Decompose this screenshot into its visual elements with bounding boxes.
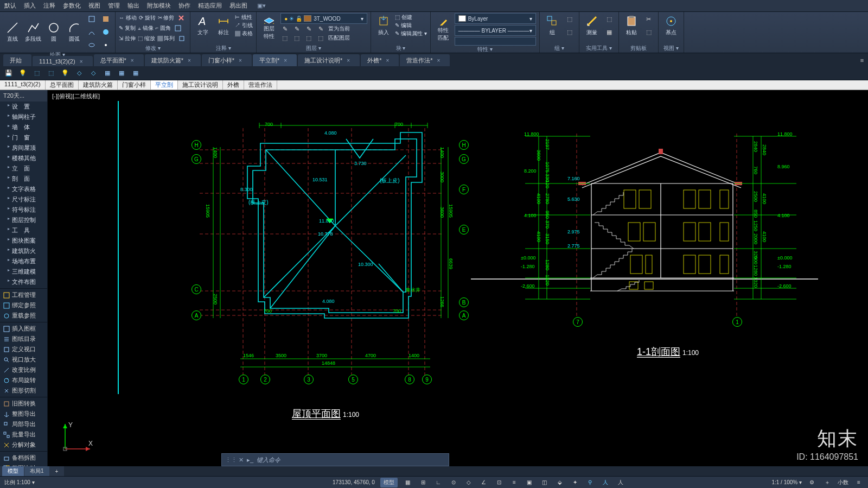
nav-explode[interactable]: 分解对象	[0, 440, 47, 450]
lay-ic-4[interactable]: ✎	[316, 24, 325, 33]
menu-collab[interactable]: 协作	[178, 2, 190, 10]
ltab-waiyan[interactable]: 外檐	[223, 80, 244, 90]
nav-chscale[interactable]: 改变比例	[0, 365, 47, 375]
ltab-fanghuo[interactable]: 建筑防火篇	[79, 80, 118, 90]
grid-toggle-icon[interactable]: ▦	[403, 478, 413, 487]
qat-ic7[interactable]: ◇	[89, 69, 98, 78]
ltab-yingzao[interactable]: 营造作法	[244, 80, 277, 90]
status-units[interactable]: 小数	[838, 479, 848, 486]
qat-ic6[interactable]: ◇	[75, 69, 84, 78]
close-icon[interactable]: ×	[284, 58, 287, 64]
match-props-button[interactable]: 特性 匹配	[434, 17, 452, 42]
group-title-group[interactable]: 组 ▾	[543, 45, 576, 53]
otrack-toggle-icon[interactable]: ∠	[479, 478, 489, 487]
menu-insert[interactable]: 插入	[24, 2, 36, 10]
group-button[interactable]: 组	[543, 13, 561, 38]
leader-button[interactable]: ↗ 引线	[235, 22, 253, 29]
tab-menchuang[interactable]: 门窗小样*×	[202, 54, 252, 66]
anno3-toggle-icon[interactable]: 人	[616, 478, 626, 487]
tab-zongping[interactable]: 总平面图*×	[94, 54, 144, 66]
close-icon[interactable]: ×	[386, 58, 389, 64]
nav-axis[interactable]: 轴网柱子	[0, 112, 47, 122]
anno-toggle-icon[interactable]: ⚲	[585, 478, 595, 487]
close-icon[interactable]: ×	[188, 58, 191, 64]
nav-elevation[interactable]: 立 面	[0, 163, 47, 174]
offset-button[interactable]	[177, 34, 187, 43]
nav-bindref[interactable]: 绑定参照	[0, 300, 47, 310]
nav-site[interactable]: 场地布置	[0, 256, 47, 267]
stretch-button[interactable]: ⇲ 拉伸	[119, 35, 136, 42]
measure-button[interactable]: 测量	[583, 13, 601, 38]
block-create[interactable]: ⬚ 创建	[395, 14, 427, 21]
layer-dropdown[interactable]: ●☀🔓3T_WOOD▾	[280, 13, 367, 24]
nav-expall[interactable]: 整图导出	[0, 409, 47, 419]
menu-parametric[interactable]: 参数化	[63, 2, 81, 10]
status-scale[interactable]: 比例 1:100 ▾	[4, 479, 35, 486]
nav-sheetlist[interactable]: 图纸目录	[0, 334, 47, 344]
status-zoom[interactable]: 1:1 / 100% ▾	[771, 479, 802, 485]
lay-ic-7[interactable]: ⬚	[304, 34, 313, 42]
group-title-modify[interactable]: 修改 ▾	[119, 45, 187, 53]
lineweight-dropdown[interactable]: ———— BYLAYER ————▾	[455, 25, 536, 36]
draw-misc-2[interactable]	[86, 26, 98, 38]
qat-ic10[interactable]: ▦	[131, 69, 140, 78]
nav-door[interactable]: 门 窗	[0, 132, 47, 143]
fillet-button[interactable]: ⌐ 圆角	[156, 24, 171, 32]
linear-dim-button[interactable]: ⊢ 线性	[235, 14, 253, 21]
copy-clip-button[interactable]: ⬚	[643, 26, 655, 38]
trans-toggle-icon[interactable]: ▣	[525, 478, 534, 487]
group-title-block[interactable]: 块 ▾	[374, 45, 427, 53]
draw-misc-3[interactable]	[86, 39, 98, 51]
cut-button[interactable]: ✂	[643, 13, 655, 25]
nav-insframe[interactable]: 插入图框	[0, 324, 47, 334]
util-ic-2[interactable]: ▦	[603, 26, 615, 38]
group-title-utility[interactable]: 实用工具 ▾	[583, 45, 615, 53]
command-line[interactable]: ⋮⋮ ✕ ▸_ 键入命令	[221, 453, 449, 466]
erase-button[interactable]	[176, 13, 186, 23]
tab-pinglipou[interactable]: 平立剖*×	[253, 54, 297, 66]
layer-props-button[interactable]: 图层 特性	[260, 15, 278, 40]
block-edit[interactable]: ✎ 编辑	[395, 22, 427, 29]
group-ic-2[interactable]: ⬚	[564, 26, 576, 38]
mirror-button[interactable]: ⟁ 镜像	[138, 24, 154, 32]
dim-button[interactable]: 标注	[214, 13, 233, 38]
close-icon[interactable]: ×	[437, 58, 441, 64]
arc-button[interactable]: 圆弧	[65, 20, 84, 45]
tab-overflow-icon[interactable]: ≡	[856, 54, 868, 66]
lay-ic-1[interactable]: ✎	[280, 24, 289, 33]
nav-stair[interactable]: 楼梯其他	[0, 153, 47, 163]
qat-ic9[interactable]: ▦	[117, 69, 126, 78]
nav-fire[interactable]: 建筑防火	[0, 246, 47, 256]
menu-featured[interactable]: 精选应用	[198, 2, 222, 10]
gear-icon[interactable]: ⚙	[807, 478, 817, 487]
tab-yingzao[interactable]: 营造作法*×	[400, 54, 450, 66]
menu-more-icon[interactable]: ▣▾	[257, 2, 266, 9]
menu-annotate[interactable]: 注释	[43, 2, 55, 10]
nav-layrot[interactable]: 布局旋转	[0, 375, 47, 385]
qat-ic5[interactable]: 💡	[61, 69, 69, 78]
modeltab-add[interactable]: +	[50, 467, 64, 476]
trim-button[interactable]: ✂ 修剪	[158, 14, 175, 22]
group-title-annotate[interactable]: 注释 ▾	[194, 45, 253, 53]
nav-layer[interactable]: 图层控制	[0, 215, 47, 225]
hatch-button[interactable]	[100, 13, 112, 25]
lay-ic-5[interactable]: ⬚	[280, 34, 289, 42]
polyline-button[interactable]: 多段线	[24, 20, 42, 45]
draw-misc-1[interactable]	[86, 13, 98, 25]
tab-start[interactable]: 开始	[3, 54, 31, 66]
nav-tool[interactable]: 工 具	[0, 225, 47, 236]
close-icon[interactable]: ×	[80, 59, 83, 65]
nav-reloadref[interactable]: 重载参照	[0, 310, 47, 321]
insert-block-button[interactable]: 插入	[374, 13, 393, 38]
polar-toggle-icon[interactable]: ⊙	[449, 478, 458, 487]
lay-ic-2[interactable]: ✎	[292, 24, 301, 33]
line-button[interactable]: 直线	[3, 20, 22, 45]
nav-text[interactable]: 文字表格	[0, 184, 47, 194]
layer-match[interactable]: 匹配图层	[328, 34, 350, 42]
layer-setcurrent[interactable]: 置为当前	[328, 25, 350, 33]
rotate-button[interactable]: ⟳ 旋转	[139, 14, 156, 22]
view-label[interactable]: [-][俯视][二维线框]	[52, 92, 100, 100]
move-button[interactable]: ↔ 移动	[119, 14, 137, 22]
qat-save-icon[interactable]: 💾	[4, 69, 13, 78]
paste-button[interactable]: 粘贴	[622, 13, 641, 38]
